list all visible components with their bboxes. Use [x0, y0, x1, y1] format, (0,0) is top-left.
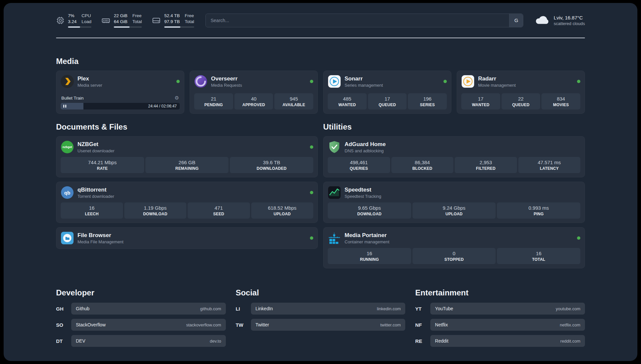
- portainer-icon: [328, 231, 341, 245]
- stat-label: DOWNLOAD: [126, 212, 185, 216]
- stat-box: 1.19 Gbps DOWNLOAD: [124, 202, 187, 219]
- dashboard-panel: 7% 3.24 CPU Load: [4, 3, 637, 361]
- search-engine-button[interactable]: G: [509, 14, 523, 27]
- cpu-label-top: CPU: [81, 13, 91, 19]
- bookmark-dev[interactable]: DT DEV dev.to: [56, 335, 226, 347]
- bookmark-reddit[interactable]: RE Reddit reddit.com: [415, 335, 585, 347]
- gear-icon[interactable]: ⚙: [175, 96, 179, 101]
- stat-box: 9.65 Gbps DOWNLOAD: [328, 202, 411, 219]
- speedtest-icon: [328, 186, 341, 199]
- stat-label: RATE: [62, 166, 143, 171]
- app-name: File Browser: [77, 232, 123, 239]
- stat-box: 485 WANTED: [328, 93, 367, 109]
- radarr-icon: [461, 75, 474, 88]
- stat-value: 9.65 Gbps: [329, 205, 410, 211]
- app-card-radarr[interactable]: Radarr Movie management 17 WANTED 22 QUE…: [457, 71, 585, 114]
- bookmark-url: linkedin.com: [377, 306, 401, 311]
- stat-box: 17 WANTED: [461, 93, 500, 109]
- stat-box: 16 LEECH: [61, 202, 123, 219]
- svg-text:nzbget: nzbget: [63, 146, 72, 149]
- stat-label: SERIES: [409, 103, 445, 107]
- app-name: AdGuard Home: [345, 141, 386, 148]
- stat-value: 0.993 ms: [498, 205, 579, 211]
- stat-label: MOVIES: [543, 103, 579, 107]
- bookmark-github[interactable]: GH Github github.com: [56, 303, 226, 315]
- cpu-label-bottom: Load: [81, 19, 91, 25]
- stat-label: FILTERED: [456, 166, 516, 171]
- storage-free-value: 52.4 TB: [164, 13, 180, 19]
- bookmark-netflix[interactable]: NF Netflix netflix.com: [415, 319, 585, 331]
- status-online-dot: [310, 145, 313, 149]
- stat-label: APPROVED: [236, 103, 272, 107]
- stat-box: 945 AVAILABLE: [274, 93, 313, 109]
- stat-value: 618.52 Mbps: [253, 205, 312, 211]
- stat-label: DOWNLOADED: [231, 166, 312, 171]
- stat-value: 16: [62, 205, 122, 211]
- app-subtitle: Speedtest Tracking: [345, 194, 381, 199]
- cpu-stat: 7% 3.24 CPU Load: [56, 13, 91, 28]
- pause-icon[interactable]: [63, 105, 66, 108]
- stat-label: BLOCKED: [393, 166, 452, 171]
- status-online-dot: [577, 80, 580, 83]
- stat-label: UPLOAD: [414, 212, 495, 216]
- stat-box: 21 PENDING: [194, 93, 233, 109]
- disk-icon: [152, 16, 161, 25]
- bookmark-name: DEV: [76, 338, 85, 344]
- playback-time: 24:44 / 02:06:47: [148, 104, 177, 108]
- bookmark-linkedin[interactable]: LI LinkedIn linkedin.com: [236, 303, 406, 315]
- section-title-social: Social: [236, 288, 406, 297]
- search-input[interactable]: [206, 14, 509, 27]
- stat-value: 40: [236, 96, 272, 102]
- app-card-overseerr[interactable]: Overseerr Media Requests 21 PENDING 40 A…: [190, 71, 318, 114]
- app-subtitle: Torrent downloader: [77, 194, 114, 199]
- stat-box: 834 MOVIES: [541, 93, 580, 109]
- stat-label: WANTED: [329, 103, 365, 107]
- playback-progress-bar[interactable]: 24:44 / 02:06:47: [61, 103, 180, 109]
- adguard-icon: [328, 140, 341, 154]
- app-card-sonarr[interactable]: Sonarr Series management 485 WANTED 17 Q…: [323, 71, 451, 114]
- stat-value: 498,461: [329, 160, 389, 165]
- stat-label: QUEUED: [369, 103, 406, 107]
- app-subtitle: Series management: [345, 83, 383, 88]
- stat-label: TOTAL: [498, 257, 579, 262]
- stat-box: 498,461 QUERIES: [328, 157, 390, 173]
- stat-label: WANTED: [463, 103, 499, 107]
- stat-label: SEED: [189, 212, 249, 216]
- stat-box: 40 APPROVED: [234, 93, 273, 109]
- memory-total-value: 64 GiB: [114, 19, 127, 25]
- status-online-dot: [176, 80, 180, 83]
- bookmark-stackoverflow[interactable]: SO StackOverflow stackoverflow.com: [56, 319, 226, 331]
- status-online-dot: [577, 236, 580, 240]
- stat-label: UPLOAD: [253, 212, 312, 216]
- stat-box: 266 GB REMAINING: [145, 157, 229, 173]
- app-card-adguard[interactable]: AdGuard Home DNS and adblocking 498,461 …: [323, 136, 585, 177]
- app-card-plex[interactable]: Plex Media server Bullet Train ⚙ 24:44 /…: [56, 71, 184, 114]
- stat-value: 1.19 Gbps: [126, 205, 185, 211]
- app-card-filebrowser[interactable]: File Browser Media File Management: [56, 227, 318, 249]
- memory-progress-bar: [114, 26, 142, 28]
- cpu-load-value: 3.24: [68, 19, 76, 25]
- stat-value: 21: [196, 96, 232, 102]
- bookmark-url: reddit.com: [560, 339, 580, 344]
- app-card-qbittorrent[interactable]: qb qBittorrent Torrent downloader 16 LEE…: [56, 182, 318, 223]
- memory-progress-fill: [114, 26, 129, 28]
- app-card-portainer[interactable]: Media Portainer Container management 16 …: [323, 227, 585, 268]
- app-name: NZBGet: [77, 141, 114, 148]
- section-title-entertainment: Entertainment: [415, 288, 585, 297]
- bookmark-code: SO: [56, 322, 71, 328]
- stat-value: 9.24 Gbps: [414, 205, 495, 211]
- bookmark-name: Netflix: [435, 322, 448, 327]
- bookmark-name: StackOverflow: [76, 322, 106, 327]
- cpu-progress-bar: [68, 26, 91, 28]
- bookmark-twitter[interactable]: TW Twitter twitter.com: [236, 319, 406, 331]
- overseerr-icon: [194, 75, 207, 88]
- storage-label-bottom: Total: [185, 19, 194, 25]
- bookmark-url: dev.to: [210, 339, 221, 344]
- bookmark-youtube[interactable]: YT YouTube youtube.com: [415, 303, 585, 315]
- storage-stat: 52.4 TB 97.9 TB Free Total: [152, 13, 194, 28]
- app-card-nzbget[interactable]: nzbget NZBGet Usenet downloader 744.21 M…: [56, 136, 318, 177]
- bookmark-name: LinkedIn: [256, 306, 273, 311]
- app-card-speedtest[interactable]: Speedtest Speedtest Tracking 9.65 Gbps D…: [323, 182, 585, 223]
- app-name: qBittorrent: [77, 187, 114, 193]
- storage-total-value: 97.9 TB: [164, 19, 180, 25]
